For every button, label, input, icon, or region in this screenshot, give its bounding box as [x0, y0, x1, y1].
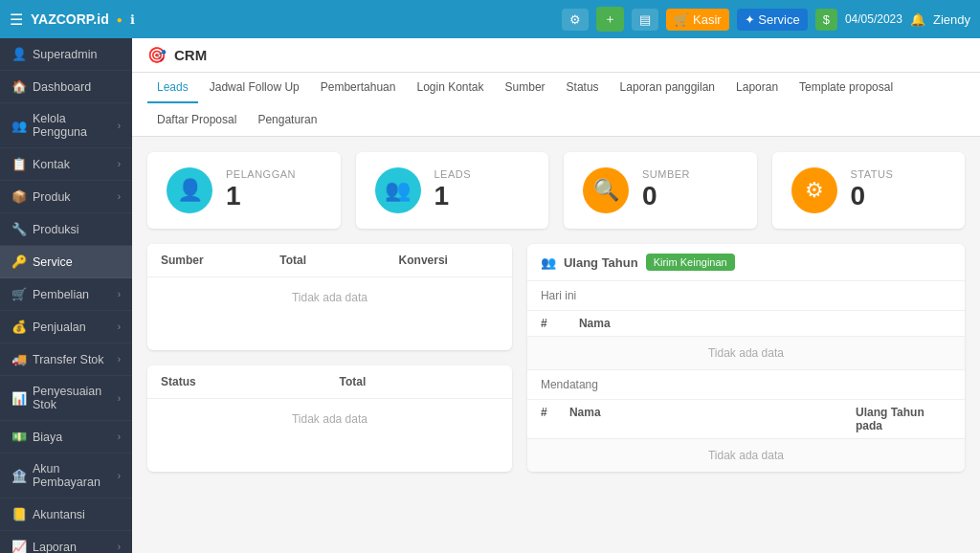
- sumber-table-empty: Tidak ada data: [147, 277, 512, 318]
- chevron-right-icon: ›: [118, 121, 121, 131]
- sidebar-item-kelola-pengguna[interactable]: 👥 Kelola Pengguna ›: [0, 103, 132, 148]
- tab-daftar-proposal[interactable]: Daftar Proposal: [147, 105, 246, 136]
- transfer-stok-icon: 🚚: [11, 352, 27, 366]
- sidebar-item-service[interactable]: 🔑 Service: [0, 246, 132, 278]
- birthday-icon: 👥: [541, 255, 556, 270]
- sidebar-label-dashboard: Dashboard: [33, 80, 121, 94]
- kirim-keinginan-button[interactable]: Kirim Keinginan: [646, 254, 735, 271]
- topbar-date: 04/05/2023: [845, 12, 902, 26]
- birthday-title: Ulang Tahun: [564, 255, 638, 270]
- left-tables: Sumber Total Konversi Tidak ada data Sta…: [147, 244, 512, 472]
- sidebar-item-akun-pembayaran[interactable]: 🏦 Akun Pembayaran ›: [0, 453, 132, 498]
- tab-pembertahuan[interactable]: Pembertahuan: [311, 73, 406, 103]
- info-icon[interactable]: ℹ: [130, 12, 135, 27]
- birthday-hari-ini-label: Hari ini: [527, 281, 965, 311]
- sidebar-item-superadmin[interactable]: 👤 Superadmin: [0, 38, 132, 71]
- sidebar-label-service: Service: [33, 255, 121, 269]
- sidebar-label-biaya: Biaya: [33, 431, 112, 444]
- sidebar-label-superadmin: Superadmin: [33, 48, 121, 61]
- tab-jadwal-follow-up[interactable]: Jadwal Follow Up: [200, 73, 309, 103]
- sidebar-label-produksi: Produksi: [33, 223, 121, 236]
- sumber-table-card: Sumber Total Konversi Tidak ada data: [147, 244, 512, 350]
- akun-pembayaran-icon: 🏦: [11, 469, 27, 483]
- pelanggan-icon: 👤: [167, 167, 212, 213]
- sidebar-item-kontak[interactable]: 📋 Kontak ›: [0, 148, 132, 181]
- notification-icon[interactable]: 🔔: [910, 12, 925, 27]
- topbar: ☰ YAZCORP.id ● ℹ ⚙ ＋ ▤ 🛒 Kasir ✦ Service…: [0, 0, 980, 38]
- stat-card-leads: 👥 LEADS 1: [356, 152, 549, 229]
- stat-value-status: 0: [851, 180, 894, 212]
- stat-label-leads: LEADS: [434, 168, 472, 180]
- tab-laporan-panggilan[interactable]: Laporan panggilan: [611, 73, 724, 103]
- kelola-pengguna-icon: 👥: [11, 119, 27, 133]
- tab-status[interactable]: Status: [557, 73, 609, 103]
- sidebar-item-transfer-stok[interactable]: 🚚 Transfer Stok ›: [0, 343, 132, 376]
- status-col-total: Total: [339, 375, 498, 388]
- stat-label-sumber: SUMBER: [642, 168, 690, 180]
- sidebar-item-penyesuaian-stok[interactable]: 📊 Penyesuaian Stok ›: [0, 376, 132, 421]
- birthday-mendatang-empty: Tidak ada data: [527, 439, 965, 472]
- birthday-hari-ini-cols: # Nama: [527, 311, 965, 337]
- sumber-stat-icon: 🔍: [583, 167, 629, 213]
- bday-nama-col: Nama: [579, 317, 951, 330]
- tab-login-kontak[interactable]: Login Kontak: [407, 73, 493, 103]
- sidebar-item-penjualan[interactable]: 💰 Penjualan ›: [0, 311, 132, 343]
- tab-laporan[interactable]: Laporan: [726, 73, 788, 103]
- sidebar-item-biaya[interactable]: 💵 Biaya ›: [0, 421, 132, 453]
- stat-info-sumber: SUMBER 0: [642, 168, 690, 212]
- sidebar-item-akuntansi[interactable]: 📒 Akuntansi: [0, 498, 132, 531]
- status-table-empty: Tidak ada data: [147, 399, 512, 439]
- sidebar-item-produk[interactable]: 📦 Produk ›: [0, 181, 132, 213]
- status-stat-icon: ⚙: [791, 167, 837, 213]
- chevron-right-icon: ›: [118, 354, 121, 365]
- bday-nama2-col: Nama: [569, 406, 846, 432]
- birthday-mendatang-cols: # Nama Ulang Tahun pada: [527, 400, 965, 439]
- menu-icon[interactable]: ☰: [10, 11, 23, 29]
- kontak-icon: 📋: [11, 157, 27, 171]
- birthday-header: 👥 Ulang Tahun Kirim Keinginan: [527, 244, 965, 281]
- biaya-icon: 💵: [11, 430, 27, 444]
- tab-sumber[interactable]: Sumber: [496, 73, 555, 103]
- status-col-status: Status: [161, 375, 320, 388]
- topbar-user: Ziendy: [933, 12, 970, 27]
- birthday-mendatang-label: Mendatang: [527, 369, 965, 400]
- chevron-right-icon: ›: [118, 542, 121, 552]
- stat-info-leads: LEADS 1: [434, 168, 472, 212]
- chevron-right-icon: ›: [118, 191, 121, 202]
- stat-card-sumber: 🔍 SUMBER 0: [564, 152, 757, 229]
- grid-icon-btn[interactable]: ▤: [632, 9, 658, 31]
- stat-card-status: ⚙ STATUS 0: [772, 152, 966, 229]
- sidebar: 👤 Superadmin 🏠 Dashboard 👥 Kelola Penggu…: [0, 38, 132, 553]
- sidebar-label-produk: Produk: [33, 190, 112, 204]
- content-header: 🎯 CRM: [132, 38, 980, 73]
- service-btn[interactable]: ✦ Service: [737, 9, 808, 31]
- kasir-btn[interactable]: 🛒 Kasir: [666, 9, 728, 31]
- bday-hash2-col: #: [541, 406, 560, 432]
- service-icon: 🔑: [11, 254, 27, 269]
- sidebar-item-produksi[interactable]: 🔧 Produksi: [0, 213, 132, 246]
- stat-value-pelanggan: 1: [226, 180, 296, 212]
- sidebar-label-kontak: Kontak: [33, 158, 112, 171]
- tab-template-proposal[interactable]: Template proposal: [790, 73, 902, 103]
- sidebar-label-akun-pembayaran: Akun Pembayaran: [33, 462, 112, 489]
- stat-value-sumber: 0: [642, 180, 690, 212]
- sidebar-item-pembelian[interactable]: 🛒 Pembelian ›: [0, 278, 132, 311]
- brand-label: YAZCORP.id: [31, 11, 109, 27]
- sidebar-label-penyesuaian-stok: Penyesuaian Stok: [33, 385, 112, 411]
- bday-ulang-tahun-col: Ulang Tahun pada: [856, 406, 951, 432]
- sumber-table-header: Sumber Total Konversi: [147, 244, 512, 277]
- sidebar-item-dashboard[interactable]: 🏠 Dashboard: [0, 71, 132, 103]
- stat-info-status: STATUS 0: [851, 168, 894, 212]
- pembelian-icon: 🛒: [11, 287, 27, 301]
- tab-pengaturan[interactable]: Pengaturan: [248, 105, 326, 136]
- sidebar-label-kelola-pengguna: Kelola Pengguna: [33, 112, 112, 139]
- chevron-right-icon: ›: [118, 159, 121, 169]
- sumber-col-sumber: Sumber: [161, 254, 260, 267]
- add-icon-btn[interactable]: ＋: [596, 7, 624, 32]
- tab-leads[interactable]: Leads: [147, 73, 198, 103]
- sumber-col-total: Total: [279, 254, 379, 267]
- money-icon-btn[interactable]: $: [815, 9, 837, 31]
- settings-icon-btn[interactable]: ⚙: [562, 9, 589, 31]
- sidebar-item-laporan[interactable]: 📈 Laporan ›: [0, 531, 132, 553]
- stat-label-status: STATUS: [851, 168, 894, 180]
